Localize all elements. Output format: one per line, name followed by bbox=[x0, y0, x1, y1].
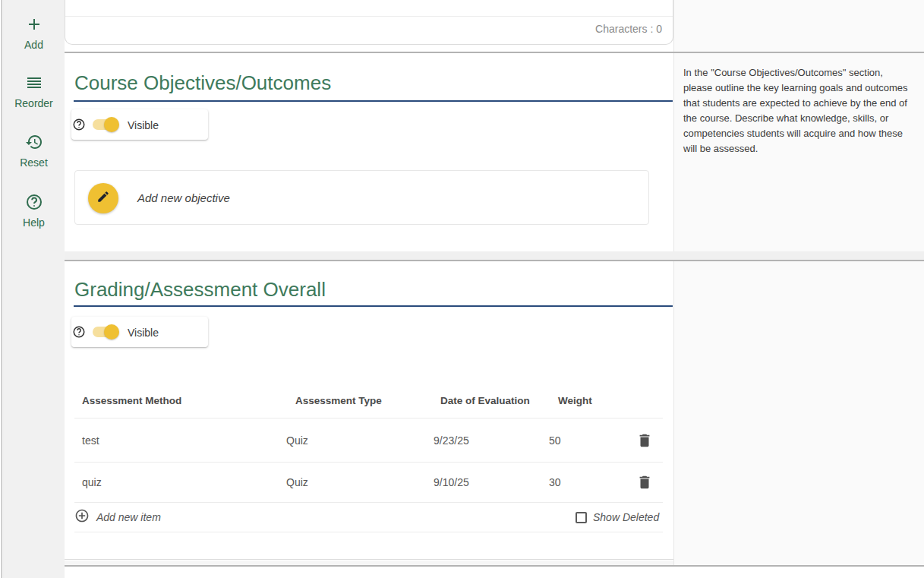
history-icon bbox=[25, 133, 43, 154]
add-new-objective-label: Add new objective bbox=[137, 191, 230, 204]
pencil-icon bbox=[96, 190, 110, 207]
table-row[interactable]: test Quiz 9/23/25 50 bbox=[74, 419, 663, 461]
sidebar-button-help[interactable]: Help bbox=[3, 193, 65, 229]
row-divider bbox=[74, 418, 663, 418]
sidebar-button-reset[interactable]: Reset bbox=[3, 133, 65, 169]
column-header-date: Date of Evaluation bbox=[440, 395, 530, 406]
show-deleted-checkbox[interactable] bbox=[576, 512, 587, 523]
left-edge-strip bbox=[0, 0, 2, 578]
section-course-objectives: Course Objectives/Outcomes Visible bbox=[65, 53, 673, 251]
title-underline bbox=[74, 100, 673, 102]
editor-footer-card: Characters : 0 bbox=[65, 0, 673, 45]
cell-weight[interactable]: 50 bbox=[549, 434, 561, 447]
cell-method[interactable]: quiz bbox=[82, 476, 102, 488]
sidebar-label-reorder: Reorder bbox=[14, 97, 53, 109]
trash-icon bbox=[636, 438, 653, 451]
toggle-knob bbox=[104, 117, 119, 132]
assessment-table-header: Assessment Method Assessment Type Date o… bbox=[74, 388, 663, 412]
show-deleted-label: Show Deleted bbox=[593, 511, 659, 523]
visible-toggle-label: Visible bbox=[128, 327, 159, 339]
cell-date[interactable]: 9/10/25 bbox=[434, 476, 469, 488]
separator-line bbox=[65, 52, 924, 53]
cell-method[interactable]: test bbox=[82, 434, 99, 447]
row-divider bbox=[74, 532, 663, 532]
cell-type[interactable]: Quiz bbox=[286, 476, 308, 488]
sidebar-label-add: Add bbox=[24, 39, 43, 51]
reorder-icon bbox=[25, 74, 43, 95]
delete-row-button[interactable] bbox=[636, 474, 653, 491]
visible-toggle[interactable] bbox=[93, 117, 120, 132]
table-row[interactable]: quiz Quiz 9/10/25 30 bbox=[74, 463, 663, 502]
visibility-control-objectives: Visible bbox=[71, 109, 208, 140]
add-new-item-label: Add new item bbox=[96, 511, 161, 523]
help-panel: In the "Course Objectives/Outcomes" sect… bbox=[673, 0, 924, 565]
visible-toggle-label: Visible bbox=[128, 119, 159, 131]
help-panel-text: In the "Course Objectives/Outcomes" sect… bbox=[683, 65, 914, 156]
title-underline bbox=[74, 305, 673, 307]
section-title-grading: Grading/Assessment Overall bbox=[74, 278, 326, 302]
show-deleted-control[interactable]: Show Deleted bbox=[576, 511, 659, 523]
help-icon bbox=[25, 193, 43, 214]
visible-toggle[interactable] bbox=[93, 324, 120, 340]
editor-inner-divider bbox=[65, 16, 673, 17]
section-help-icon[interactable] bbox=[72, 118, 86, 131]
add-new-objective-button[interactable]: Add new objective bbox=[74, 170, 649, 225]
section-gap-band bbox=[65, 251, 924, 260]
separator-line bbox=[65, 260, 924, 261]
visibility-control-grading: Visible bbox=[71, 317, 208, 347]
sidebar: Add Reorder Reset Help bbox=[3, 0, 65, 578]
pencil-fab[interactable] bbox=[88, 183, 118, 213]
delete-row-button[interactable] bbox=[636, 432, 653, 449]
column-header-method: Assessment Method bbox=[82, 395, 181, 406]
page: Add Reorder Reset Help bbox=[0, 0, 924, 578]
character-counter: Characters : 0 bbox=[595, 23, 662, 35]
section-grading-assessment: Grading/Assessment Overall Visible Asses… bbox=[65, 261, 673, 560]
section-help-icon[interactable] bbox=[72, 325, 86, 339]
toggle-knob bbox=[104, 324, 119, 340]
section-title-objectives: Course Objectives/Outcomes bbox=[74, 71, 331, 95]
separator-line bbox=[65, 565, 924, 567]
cell-date[interactable]: 9/23/25 bbox=[434, 434, 469, 447]
add-new-item-button[interactable]: Add new item bbox=[74, 508, 161, 526]
column-header-type: Assessment Type bbox=[295, 395, 382, 406]
plus-circle-icon bbox=[74, 508, 90, 526]
sidebar-label-reset: Reset bbox=[20, 156, 48, 169]
column-header-weight: Weight bbox=[558, 395, 592, 406]
sidebar-label-help: Help bbox=[23, 216, 45, 229]
plus-icon bbox=[25, 15, 43, 36]
cell-type[interactable]: Quiz bbox=[286, 434, 308, 447]
sidebar-button-add[interactable]: Add bbox=[3, 15, 65, 51]
assessment-table-footer: Add new item Show Deleted bbox=[74, 503, 663, 532]
sidebar-button-reorder[interactable]: Reorder bbox=[3, 74, 65, 109]
cell-weight[interactable]: 30 bbox=[549, 476, 561, 488]
trash-icon bbox=[636, 480, 653, 493]
